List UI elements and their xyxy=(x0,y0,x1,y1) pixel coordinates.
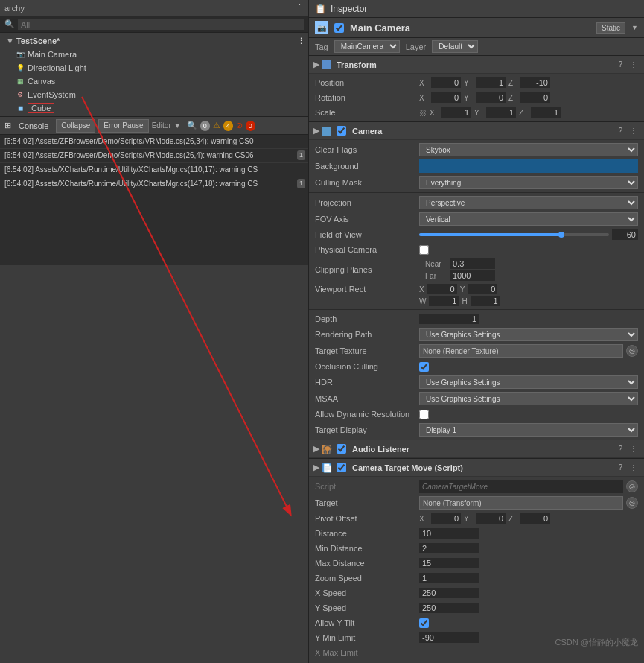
ctm-color-icon: 📄 xyxy=(322,463,331,472)
console-msg-badge: 1 xyxy=(297,150,305,160)
hierarchy-item-label: Canvas xyxy=(28,77,55,86)
vp-h-input[interactable] xyxy=(471,296,500,306)
pivot-x-input[interactable] xyxy=(431,513,461,524)
min-distance-input[interactable] xyxy=(419,543,479,553)
hdr-label: HDR xyxy=(315,378,419,387)
console-msg-4[interactable]: [6:54:02] Assets/XCharts/Runtime/Utility… xyxy=(0,177,308,191)
target-texture-picker-btn[interactable]: ◎ xyxy=(626,345,638,357)
inspector-body: 📷 Main Camera Static ▼ Tag MainCamera La… xyxy=(309,18,644,663)
scale-z-input[interactable] xyxy=(531,107,561,118)
rendering-path-select[interactable]: Use Graphics Settings xyxy=(419,328,638,341)
hdr-select[interactable]: Use Graphics Settings xyxy=(419,375,638,389)
pos-x-input[interactable] xyxy=(431,77,461,88)
audio-arrow-icon[interactable]: ▶ xyxy=(313,444,319,454)
vp-y-input[interactable] xyxy=(468,284,497,294)
tag-select[interactable]: MainCamera xyxy=(334,40,400,53)
hierarchy-menu-icon[interactable]: ⋮ xyxy=(296,3,304,13)
culling-mask-select[interactable]: Everything xyxy=(419,176,638,189)
editor-dropdown-icon[interactable]: ▼ xyxy=(174,122,181,130)
fov-input[interactable] xyxy=(612,229,638,240)
projection-select[interactable]: Perspective xyxy=(419,196,638,209)
occlusion-culling-checkbox[interactable] xyxy=(419,362,429,372)
far-input[interactable] xyxy=(450,270,495,281)
rot-y-input[interactable] xyxy=(476,92,506,103)
audio-listener-active-checkbox[interactable] xyxy=(337,444,346,454)
physical-camera-checkbox[interactable] xyxy=(419,245,429,255)
y-min-limit-input[interactable] xyxy=(419,632,479,643)
physical-camera-label: Physical Camera xyxy=(315,245,419,254)
allow-y-tilt-checkbox[interactable] xyxy=(419,618,429,628)
gameobject-active-checkbox[interactable] xyxy=(334,23,344,33)
hierarchy-item-main-camera[interactable]: 📷 Main Camera xyxy=(0,48,308,61)
scale-label: Scale xyxy=(315,108,419,117)
rot-x-input[interactable] xyxy=(431,92,461,103)
pivot-y-input[interactable] xyxy=(476,513,506,524)
target-display-select[interactable]: Display 1 xyxy=(419,423,638,437)
near-input[interactable] xyxy=(450,258,495,269)
allow-dynamic-resolution-checkbox[interactable] xyxy=(419,410,429,419)
pos-z-input[interactable] xyxy=(520,77,550,88)
scale-x-input[interactable] xyxy=(441,107,471,118)
background-label: Background xyxy=(315,162,419,171)
hierarchy-search-bar: 🔍 xyxy=(0,16,308,33)
x-speed-input[interactable] xyxy=(419,588,479,598)
max-distance-input[interactable] xyxy=(419,558,479,568)
rot-y-label: Y xyxy=(464,94,473,102)
ctm-info-icon[interactable]: ? xyxy=(616,463,625,472)
clear-flags-select[interactable]: Skybox xyxy=(419,143,638,156)
rot-z-input[interactable] xyxy=(520,92,550,103)
script-input[interactable] xyxy=(419,480,623,493)
transform-menu-icon[interactable]: ⋮ xyxy=(628,60,640,69)
y-speed-input[interactable] xyxy=(419,603,479,613)
collapse-button[interactable]: Collapse xyxy=(56,119,95,133)
hierarchy-item-cube[interactable]: ◼ Cube xyxy=(0,101,308,115)
fov-axis-select[interactable]: Vertical xyxy=(419,212,638,226)
vp-w-input[interactable] xyxy=(429,296,459,306)
target-picker-btn[interactable]: ◎ xyxy=(626,497,638,509)
ctm-arrow-icon[interactable]: ▶ xyxy=(313,463,319,472)
static-button[interactable]: Static xyxy=(596,22,625,34)
pos-y-input[interactable] xyxy=(476,77,506,88)
zoom-speed-input[interactable] xyxy=(419,573,479,583)
target-display-label: Target Display xyxy=(315,425,419,434)
audio-listener-menu-icon[interactable]: ⋮ xyxy=(628,445,640,453)
transform-arrow-icon[interactable]: ▶ xyxy=(313,60,319,69)
layer-select[interactable]: Default xyxy=(432,40,478,53)
hierarchy-item-eventsystem[interactable]: ⚙ EventSystem xyxy=(0,88,308,101)
fov-slider-track[interactable] xyxy=(419,233,609,236)
background-color-swatch[interactable] xyxy=(419,159,638,173)
scene-root-item[interactable]: ▼ TestScene* ⋮ xyxy=(0,34,308,48)
fov-slider-thumb[interactable] xyxy=(558,232,564,238)
rot-z-label: Z xyxy=(508,94,517,102)
gameobject-header: 📷 Main Camera Static ▼ xyxy=(309,18,644,38)
console-msg-1[interactable]: [6:54:02] Assets/ZFBrowser/Demo/Scripts/… xyxy=(0,135,308,149)
transform-info-icon[interactable]: ? xyxy=(616,60,625,69)
scale-y-input[interactable] xyxy=(486,107,516,118)
scale-y-label: Y xyxy=(474,109,483,117)
hierarchy-item-canvas[interactable]: ▦ Canvas xyxy=(0,74,308,88)
distance-input[interactable] xyxy=(419,528,479,539)
hierarchy-item-directional-light[interactable]: 💡 Directional Light xyxy=(0,61,308,74)
console-msg-3[interactable]: [6:54:02] Assets/XCharts/Runtime/Utility… xyxy=(0,163,308,177)
pivot-z-input[interactable] xyxy=(520,513,550,524)
search-icon-console[interactable]: 🔍 xyxy=(187,121,197,130)
ctm-menu-icon[interactable]: ⋮ xyxy=(628,463,640,472)
scene-menu-icon[interactable]: ⋮ xyxy=(297,37,305,46)
scale-lock-icon[interactable]: ⛓ xyxy=(419,109,427,117)
static-dropdown-icon[interactable]: ▼ xyxy=(631,24,638,31)
camera-active-checkbox[interactable] xyxy=(337,126,346,136)
script-picker-btn[interactable]: ◎ xyxy=(626,480,638,492)
hierarchy-item-label: Main Camera xyxy=(28,50,77,59)
camera-arrow-icon[interactable]: ▶ xyxy=(313,126,319,136)
vp-x-input[interactable] xyxy=(427,284,457,294)
audio-listener-info-icon[interactable]: ? xyxy=(616,445,625,453)
depth-input[interactable] xyxy=(419,314,479,324)
camera-menu-icon[interactable]: ⋮ xyxy=(628,127,640,135)
camera-info-icon[interactable]: ? xyxy=(616,127,625,135)
transform-header: ▶ Transform ? ⋮ xyxy=(309,56,644,74)
console-msg-2[interactable]: [6:54:02] Assets/ZFBrowser/Demo/Scripts/… xyxy=(0,149,308,163)
ctm-active-checkbox[interactable] xyxy=(337,463,346,472)
search-input[interactable] xyxy=(18,19,304,30)
error-pause-button[interactable]: Error Pause xyxy=(98,119,148,133)
msaa-select[interactable]: Use Graphics Settings xyxy=(419,392,638,405)
